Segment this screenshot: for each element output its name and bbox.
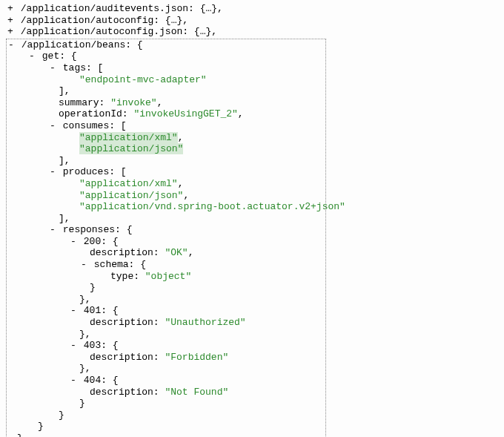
json-close: } (7, 282, 325, 294)
json-string: "OK" (165, 247, 188, 258)
json-key: description: (90, 352, 165, 363)
json-key: tags: [ (63, 62, 104, 73)
json-row-get[interactable]: - get: { (7, 50, 325, 62)
json-close: }, (7, 363, 325, 375)
collapse-icon[interactable]: - (48, 62, 57, 74)
json-key: responses: { (63, 224, 133, 235)
json-row-beans[interactable]: - /application/beans: { (7, 39, 325, 51)
json-row-404[interactable]: - 404: { (7, 375, 325, 387)
json-key: get: { (42, 50, 77, 62)
collapse-icon[interactable]: - (48, 166, 57, 178)
json-row-description: description: "Not Found" (7, 387, 325, 398)
expand-icon[interactable]: + (6, 15, 15, 27)
json-key: consumes: [ (63, 120, 127, 131)
json-string: "object" (145, 271, 191, 282)
json-punc: } (90, 282, 96, 293)
json-close: }, (7, 294, 325, 306)
json-string: "invokeUsingGET_2" (133, 108, 237, 119)
json-key: 401: { (84, 305, 119, 316)
json-close: } (7, 421, 325, 433)
json-value: "application/vnd.spring-boot.actuator.v2… (7, 201, 325, 213)
json-string: "application/xml" (79, 132, 178, 143)
json-row-summary: summary: "invoke", (7, 97, 325, 109)
json-string: "endpoint-mvc-adapter" (79, 74, 207, 85)
json-row-type: type: "object" (7, 271, 325, 283)
json-row-tags[interactable]: - tags: [ (7, 62, 325, 74)
collapse-icon[interactable]: - (27, 50, 36, 62)
json-key: /application/auditevents.json (21, 3, 188, 14)
json-value: "application/json" (7, 143, 325, 155)
collapse-icon[interactable]: - (48, 120, 57, 132)
json-string: "application/json" (79, 143, 183, 154)
json-close: ], (7, 155, 325, 167)
json-row-403[interactable]: - 403: { (7, 340, 325, 352)
json-punc: ], (59, 155, 70, 166)
expand-icon[interactable]: + (6, 3, 15, 15)
json-key: /application/autoconfig.json (21, 26, 182, 37)
json-string: "Not Found" (165, 387, 228, 398)
json-row-description: description: "OK", (7, 247, 325, 259)
json-key: type: (110, 271, 145, 282)
json-punc: }, (79, 294, 91, 305)
json-punc: }, (17, 433, 29, 437)
json-key: 403: { (84, 340, 119, 351)
json-key: 404: { (84, 375, 119, 386)
json-row-200[interactable]: - 200: { (7, 236, 325, 248)
json-expanded-block: - /application/beans: { - get: { - tags:… (6, 39, 326, 437)
json-value: "application/xml", (7, 178, 325, 190)
json-punc: ], (59, 85, 70, 96)
json-row-operationid: operationId: "invokeUsingGET_2", (7, 108, 325, 120)
json-key: summary: (59, 97, 110, 108)
json-close: ], (7, 85, 325, 97)
expand-icon[interactable]: + (6, 26, 15, 38)
json-row-description: description: "Forbidden" (7, 352, 325, 364)
json-punc: : { (125, 39, 142, 50)
json-punc: : {…}, (153, 15, 188, 26)
json-value: "application/json", (7, 190, 325, 202)
json-collapsed-row[interactable]: + /application/autoconfig.json: {…}, (6, 26, 498, 38)
json-row-description: description: "Unauthorized" (7, 317, 325, 329)
json-close: } (7, 410, 325, 421)
json-close: }, (7, 433, 325, 437)
json-punc: } (38, 421, 44, 432)
json-key: /application/autoconfig (21, 15, 153, 26)
collapse-icon[interactable]: - (79, 259, 88, 271)
json-punc: : {…}, (188, 3, 223, 14)
collapse-icon[interactable]: - (69, 340, 78, 352)
collapse-icon[interactable]: - (48, 224, 57, 236)
json-value: "application/xml", (7, 132, 325, 144)
collapse-icon[interactable]: - (69, 305, 78, 317)
json-punc: } (59, 410, 64, 421)
json-punc: } (79, 398, 85, 409)
json-key: description: (90, 317, 165, 328)
json-punc: ], (59, 213, 70, 224)
json-punc: : {…}, (182, 26, 217, 37)
json-collapsed-row[interactable]: + /application/auditevents.json: {…}, (6, 3, 498, 15)
json-row-produces[interactable]: - produces: [ (7, 166, 325, 178)
json-value: "endpoint-mvc-adapter" (7, 74, 325, 86)
json-string: "Unauthorized" (165, 317, 245, 328)
json-close: ], (7, 213, 325, 225)
collapse-icon[interactable]: - (69, 375, 78, 387)
json-close: } (7, 398, 325, 410)
json-key: operationId: (59, 108, 133, 119)
json-punc: }, (79, 329, 91, 340)
json-string: "Forbidden" (165, 352, 228, 363)
collapse-icon[interactable]: - (7, 39, 16, 51)
json-key: /application/beans (21, 39, 125, 50)
json-string: "invoke" (110, 97, 156, 108)
json-row-responses[interactable]: - responses: { (7, 224, 325, 236)
collapse-icon[interactable]: - (69, 236, 78, 248)
json-key: produces: [ (63, 166, 127, 177)
json-close: }, (7, 329, 325, 341)
json-string: "application/json" (79, 190, 183, 201)
json-row-consumes[interactable]: - consumes: [ (7, 120, 325, 132)
json-collapsed-row[interactable]: + /application/autoconfig: {…}, (6, 15, 498, 27)
json-row-401[interactable]: - 401: { (7, 305, 325, 317)
json-key: schema: { (94, 259, 146, 270)
json-string: "application/xml" (79, 178, 178, 189)
json-punc: }, (79, 363, 91, 374)
json-key: description: (90, 387, 165, 398)
json-key: 200: { (84, 236, 119, 247)
json-row-schema[interactable]: - schema: { (7, 259, 325, 271)
